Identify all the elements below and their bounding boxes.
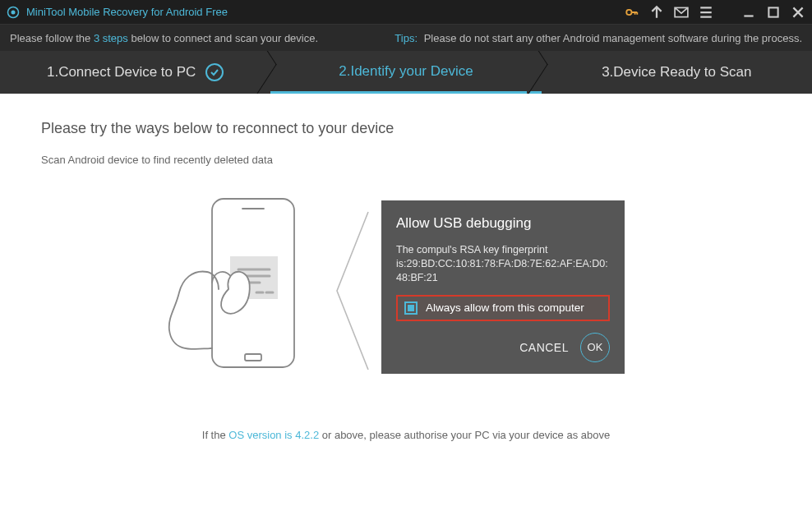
upload-arrow-icon[interactable] bbox=[649, 5, 664, 20]
cancel-button[interactable]: CANCEL bbox=[516, 336, 572, 359]
app-title: MiniTool Mobile Recovery for Android Fre… bbox=[26, 6, 625, 18]
illustration-row: Allow USB debugging The compul's RSA key… bbox=[164, 192, 771, 389]
step-3-ready[interactable]: 3.Device Ready to Scan bbox=[542, 51, 812, 94]
info-left-post: below to connect and scan your device. bbox=[128, 32, 318, 44]
phone-hand-illustration bbox=[164, 192, 329, 389]
steps-bar: 1.Connect Device to PC 2.Identify your D… bbox=[0, 51, 812, 94]
step-2-label: 2.Identify your Device bbox=[339, 63, 473, 80]
svg-rect-7 bbox=[245, 354, 261, 361]
always-allow-row[interactable]: Always allow from this computer bbox=[396, 295, 610, 321]
page-heading: Please try the ways below to reconnect t… bbox=[41, 120, 771, 137]
tips-text: Please do not start any other Android ma… bbox=[424, 32, 802, 44]
footer-post: or above, please authorise your PC via y… bbox=[319, 429, 610, 441]
menu-icon[interactable] bbox=[699, 5, 713, 20]
info-bar: Please follow the 3 steps below to conne… bbox=[0, 25, 812, 51]
key-icon[interactable] bbox=[625, 5, 639, 20]
svg-point-1 bbox=[12, 10, 16, 14]
titlebar: MiniTool Mobile Recovery for Android Fre… bbox=[0, 0, 812, 25]
step-2-identify[interactable]: 2.Identify your Device bbox=[270, 51, 541, 94]
close-icon[interactable] bbox=[791, 5, 805, 20]
dialog-actions: CANCEL OK bbox=[396, 333, 610, 362]
three-steps-link[interactable]: 3 steps bbox=[94, 32, 128, 44]
maximize-icon[interactable] bbox=[766, 5, 781, 20]
footer-pre: If the bbox=[202, 429, 229, 441]
dialog-fingerprint-text: The compul's RSA key fingerprint is:29:B… bbox=[396, 243, 610, 285]
arrow-left-icon bbox=[332, 209, 370, 373]
step-1-label: 1.Connect Device to PC bbox=[47, 64, 196, 81]
svg-point-2 bbox=[626, 9, 631, 14]
titlebar-controls bbox=[625, 5, 805, 20]
os-version-link[interactable]: OS version is 4.2.2 bbox=[228, 429, 319, 441]
minimize-icon[interactable] bbox=[741, 5, 756, 20]
footer-note: If the OS version is 4.2.2 or above, ple… bbox=[41, 429, 771, 441]
page-subheading: Scan Android device to find recently del… bbox=[41, 154, 771, 166]
usb-debugging-dialog: Allow USB debugging The compul's RSA key… bbox=[381, 200, 625, 374]
tips-label: Tips: bbox=[394, 32, 418, 44]
ok-button[interactable]: OK bbox=[580, 333, 610, 362]
mail-icon[interactable] bbox=[674, 5, 689, 20]
always-allow-label: Always allow from this computer bbox=[426, 301, 584, 314]
info-right: Tips: Please do not start any other Andr… bbox=[394, 32, 802, 44]
svg-rect-4 bbox=[768, 7, 777, 16]
always-allow-checkbox[interactable] bbox=[404, 301, 418, 315]
check-circle-icon bbox=[205, 63, 224, 81]
step-1-connect[interactable]: 1.Connect Device to PC bbox=[0, 51, 270, 94]
info-left: Please follow the 3 steps below to conne… bbox=[10, 32, 318, 44]
main-content: Please try the ways below to reconnect t… bbox=[0, 94, 812, 520]
step-3-label: 3.Device Ready to Scan bbox=[602, 64, 751, 81]
dialog-title: Allow USB debugging bbox=[396, 215, 610, 232]
info-left-pre: Please follow the bbox=[10, 32, 94, 44]
app-icon bbox=[7, 6, 20, 19]
